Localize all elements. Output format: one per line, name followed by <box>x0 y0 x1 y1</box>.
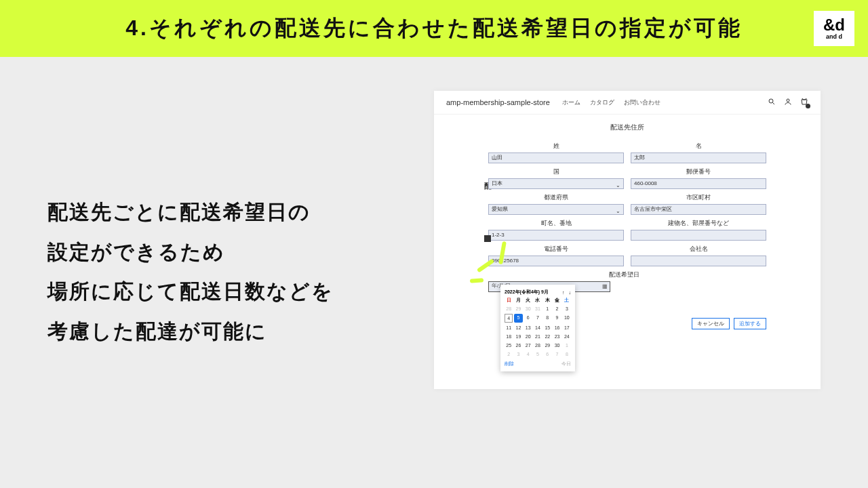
nav-home[interactable]: ホーム <box>562 98 580 107</box>
slide-title: 4.それぞれの配送先に合わせた配送希望日の指定が可能 <box>125 14 743 43</box>
calendar-icon: ▦ <box>602 283 608 289</box>
calendar-day-next[interactable]: 3 <box>514 350 522 358</box>
pref-select[interactable]: 愛知県⌄ <box>488 204 624 215</box>
country-select[interactable]: 日本⌄ <box>488 178 624 189</box>
date-label: 配送希望日 <box>488 270 760 279</box>
calendar-day[interactable]: 11 <box>505 324 513 331</box>
city-label: 市区町村 <box>631 193 766 202</box>
calendar-day[interactable]: 12 <box>514 324 522 331</box>
store-header: amp-membership-sample-store ホーム カタログ お問い… <box>434 91 821 115</box>
zip-label: 郵便番号 <box>631 167 766 176</box>
chevron-down-icon: ⌄ <box>616 207 620 216</box>
calendar-day[interactable]: 17 <box>563 324 571 331</box>
building-input[interactable] <box>631 230 766 241</box>
calendar-day[interactable]: 18 <box>505 333 513 340</box>
calendar-day[interactable]: 24 <box>563 333 571 340</box>
calendar-day[interactable]: 5 <box>514 314 522 323</box>
logo-mark: &d <box>823 17 845 33</box>
calendar-day[interactable]: 25 <box>505 342 513 349</box>
cart-icon[interactable] <box>800 98 808 107</box>
highlight-swoosh <box>475 241 515 282</box>
country-label: 国 <box>488 167 624 176</box>
calendar-title: 2022年(令和4年) 9月 <box>505 289 549 296</box>
firstname-input[interactable]: 太郎 <box>631 152 766 163</box>
calendar-day[interactable]: 27 <box>524 342 532 349</box>
city-input[interactable]: 名古屋市中栄区 <box>631 204 766 215</box>
lastname-label: 姓 <box>488 142 624 150</box>
calendar-day-prev[interactable]: 31 <box>534 305 542 312</box>
calendar-day[interactable]: 22 <box>543 333 551 340</box>
calendar-day-next[interactable]: 7 <box>553 350 561 358</box>
calendar-day[interactable]: 28 <box>534 342 542 349</box>
calendar-next-icon[interactable]: ↓ <box>569 290 572 295</box>
cart-badge <box>806 104 810 108</box>
calendar-day[interactable]: 4 <box>505 314 513 323</box>
search-icon[interactable] <box>768 98 776 107</box>
screenshot-panel: amp-membership-sample-store ホーム カタログ お問い… <box>434 91 821 389</box>
calendar-dow: 土 <box>563 298 571 304</box>
calendar-day[interactable]: 2 <box>553 305 561 312</box>
chevron-down-icon: ⌄ <box>616 181 620 190</box>
calendar-day[interactable]: 7 <box>534 314 542 323</box>
calendar-day-next[interactable]: 6 <box>543 350 551 358</box>
user-icon[interactable] <box>784 98 792 107</box>
calendar-day[interactable]: 8 <box>543 314 551 323</box>
calendar-day-prev[interactable]: 30 <box>524 305 532 312</box>
company-label: 会社名 <box>631 245 766 253</box>
calendar-today-link[interactable]: 今日 <box>561 361 571 367</box>
calendar-dow: 日 <box>505 298 513 304</box>
calendar-day-next[interactable]: 2 <box>505 350 513 358</box>
calendar-day[interactable]: 10 <box>563 314 571 323</box>
calendar-day[interactable]: 30 <box>553 342 561 349</box>
calendar-day[interactable]: 3 <box>563 305 571 312</box>
calendar-day[interactable]: 23 <box>553 333 561 340</box>
calendar-dow: 水 <box>534 298 542 304</box>
calendar-day[interactable]: 9 <box>553 314 561 323</box>
street-input[interactable]: 1-2-3 <box>488 230 624 241</box>
company-input[interactable] <box>631 256 766 266</box>
add-button[interactable]: 追加する <box>734 318 766 329</box>
calendar-day-next[interactable]: 1 <box>563 342 571 349</box>
calendar-day[interactable]: 13 <box>524 324 532 331</box>
calendar-day[interactable]: 6 <box>524 314 532 323</box>
description-column: 配送先ごとに配送希望日の設定ができるため場所に応じて配送日数などを考慮した配達が… <box>47 91 420 389</box>
calendar-prev-icon[interactable]: ↑ <box>562 290 565 295</box>
pref-label: 都道府県 <box>488 193 624 202</box>
store-name[interactable]: amp-membership-sample-store <box>446 98 550 106</box>
firstname-label: 名 <box>631 142 766 150</box>
calendar-dow: 金 <box>553 298 561 304</box>
calendar-day[interactable]: 20 <box>524 333 532 340</box>
street-label: 町名、番地 <box>488 219 624 228</box>
svg-point-0 <box>769 99 773 103</box>
calendar-dow: 火 <box>524 298 532 304</box>
calendar-day[interactable]: 16 <box>553 324 561 331</box>
calendar-day-prev[interactable]: 29 <box>514 305 522 312</box>
brand-logo: &d and d <box>814 11 854 46</box>
calendar-day-prev[interactable]: 28 <box>505 305 513 312</box>
calendar-day-next[interactable]: 5 <box>534 350 542 358</box>
cancel-button[interactable]: キャンセル <box>692 318 730 329</box>
nav-catalog[interactable]: カタログ <box>590 98 614 107</box>
logo-sub: and d <box>826 33 842 40</box>
calendar-day[interactable]: 29 <box>543 342 551 349</box>
calendar-delete[interactable]: 削除 <box>505 361 514 367</box>
calendar-day-next[interactable]: 4 <box>524 350 532 358</box>
store-nav: ホーム カタログ お問い合わせ <box>562 98 660 107</box>
calendar-dow: 月 <box>514 298 522 304</box>
calendar-day-next[interactable]: 8 <box>563 350 571 358</box>
zip-input[interactable]: 460-0008 <box>631 178 766 189</box>
datepicker-popup[interactable]: 2022年(令和4年) 9月 ↑ ↓ 日月火水木金土28293031123456… <box>500 285 575 371</box>
slide-header: 4.それぞれの配送先に合わせた配送希望日の指定が可能 &d and d <box>0 0 868 57</box>
lastname-input[interactable]: 山田 <box>488 152 624 163</box>
svg-line-1 <box>773 103 775 105</box>
calendar-day[interactable]: 21 <box>534 333 542 340</box>
building-label: 建物名、部屋番号など <box>631 219 766 228</box>
svg-point-2 <box>787 99 789 102</box>
calendar-day[interactable]: 19 <box>514 333 522 340</box>
nav-contact[interactable]: お問い合わせ <box>624 98 660 107</box>
calendar-day[interactable]: 1 <box>543 305 551 312</box>
calendar-day[interactable]: 26 <box>514 342 522 349</box>
calendar-day[interactable]: 14 <box>534 324 542 331</box>
calendar-dow: 木 <box>543 298 551 304</box>
calendar-day[interactable]: 15 <box>543 324 551 331</box>
